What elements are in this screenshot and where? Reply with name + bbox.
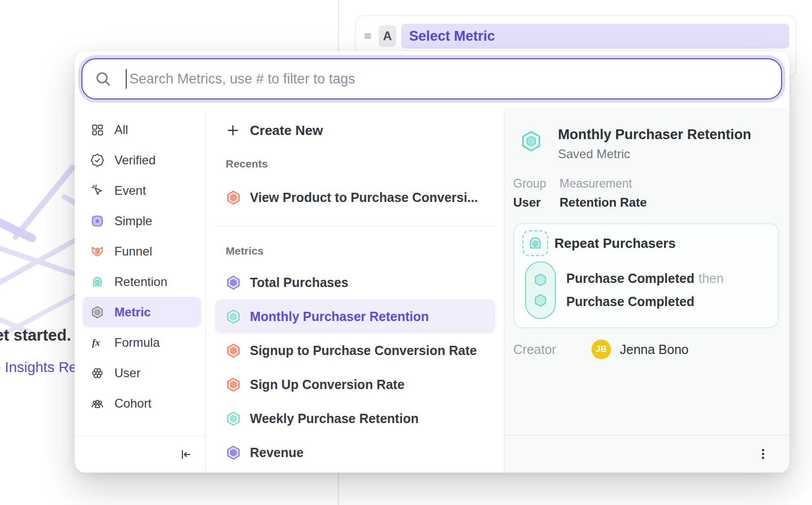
text-caret [126, 69, 127, 89]
background-heading-fragment: et started. [0, 326, 71, 345]
funnel-icon [91, 245, 104, 258]
step-event: Purchase Completed [566, 271, 695, 285]
metric-item-label: Sign Up Conversion Rate [250, 377, 404, 392]
metric-hexagon-icon [226, 342, 241, 359]
details-content: Monthly Purchaser Retention Saved Metric… [504, 108, 789, 435]
card-title: Repeat Purchasers [554, 235, 676, 251]
metric-item[interactable]: Revenue [215, 435, 495, 469]
details-footer [504, 435, 789, 473]
details-header: Monthly Purchaser Retention Saved Metric [513, 127, 779, 161]
sidebar-item-cohort[interactable]: Cohort [82, 388, 201, 418]
sidebar-item-funnel[interactable]: Funnel [82, 236, 201, 266]
metric-item[interactable]: Signup to Purchase Conversion Rate [215, 333, 495, 367]
sidebar-item-all[interactable]: All [82, 114, 201, 145]
query-builder-row: A Select Metric [362, 24, 789, 48]
measurement-label: Measurement [560, 177, 647, 191]
sidebar-item-label: Formula [114, 335, 160, 350]
metric-item-label: Signup to Purchase Conversion Rate [250, 343, 477, 358]
sidebar-item-label: Cohort [114, 396, 151, 411]
details-meta: Group User Measurement Retention Rate [513, 177, 779, 210]
create-new-label: Create New [250, 123, 323, 139]
svg-text:fx: fx [92, 337, 100, 347]
create-new-button[interactable]: Create New [215, 114, 495, 146]
sidebar-list: All Verified Event Simple Funnel Retenti… [75, 108, 206, 435]
metric-item-label: Total Purchases [250, 275, 348, 290]
group-label: Group [513, 177, 560, 191]
definition-card: Repeat Purchasers Purchase Completedthen… [513, 223, 779, 328]
recent-item[interactable]: View Product to Purchase Conversi... [215, 180, 495, 214]
background-insights-link-fragment[interactable]: e Insights Re [0, 359, 77, 376]
sidebar-item-label: Simple [114, 214, 152, 228]
group-value: User [513, 195, 560, 210]
metric-hexagon-icon [226, 189, 241, 206]
metric-item[interactable]: Sign Up Conversion Rate [215, 367, 495, 401]
verified-badge-icon [91, 154, 104, 167]
sidebar-item-label: Verified [114, 153, 156, 167]
retention-behavior-icon [522, 230, 548, 256]
grid-icon [91, 123, 104, 137]
metric-hexagon-icon [520, 129, 543, 154]
metric-hexagon-icon [226, 376, 241, 393]
cohort-icon [91, 397, 104, 410]
metric-item-label: Monthly Purchaser Retention [250, 309, 429, 324]
drag-handle-icon[interactable] [362, 30, 374, 42]
dialog-body: All Verified Event Simple Funnel Retenti… [75, 108, 789, 473]
sidebar-item-label: Retention [114, 275, 167, 289]
metric-details-panel: Monthly Purchaser Retention Saved Metric… [504, 108, 789, 473]
search-input[interactable] [128, 71, 769, 88]
sidebar-item-user[interactable]: User [82, 358, 201, 388]
metric-hexagon-icon [226, 410, 241, 427]
metric-hexagon-icon [226, 444, 241, 461]
details-subtitle: Saved Metric [558, 147, 751, 161]
collapse-sidebar-icon[interactable] [179, 448, 192, 461]
details-title: Monthly Purchaser Retention [558, 127, 751, 143]
event-hexagon-icon [533, 272, 548, 288]
event-cursor-icon [91, 184, 104, 197]
card-step: Purchase Completed [566, 294, 723, 309]
sidebar-item-verified[interactable]: Verified [82, 145, 201, 175]
more-options-icon[interactable] [756, 447, 770, 461]
sidebar-footer [75, 435, 206, 473]
recents-list: View Product to Purchase Conversi... [215, 173, 495, 214]
list-divider [215, 226, 495, 226]
retention-icon [91, 275, 104, 289]
select-metric-label: Select Metric [409, 28, 495, 44]
metric-icon [91, 306, 104, 319]
search-bar [81, 58, 782, 99]
row-letter-badge: A [379, 25, 396, 47]
metrics-header: Metrics [226, 245, 495, 257]
step-connector: then [699, 271, 724, 285]
measurement-value: Retention Rate [560, 195, 647, 210]
metric-item[interactable]: Weekly Purchase Retention [215, 401, 495, 435]
sidebar-item-label: Metric [114, 305, 151, 319]
search-icon [95, 71, 111, 87]
event-hexagon-icon [533, 292, 548, 309]
sidebar-item-simple[interactable]: Simple [82, 206, 201, 236]
sidebar-item-label: Event [114, 183, 146, 198]
select-metric-dropdown[interactable]: Select Metric [401, 24, 789, 48]
event-sequence-icon [525, 261, 556, 319]
sidebar-item-label: User [114, 366, 141, 380]
creator-row: Creator JB Jenna Bono [513, 340, 779, 359]
metric-item-label: View Product to Purchase Conversi... [250, 190, 478, 205]
simple-borrowed-icon [91, 214, 104, 228]
plus-icon [226, 123, 240, 138]
card-steps: Purchase CompletedthenPurchase Completed [566, 261, 723, 319]
metrics-list: Total Purchases Monthly Purchaser Retent… [215, 260, 495, 469]
sidebar-item-label: Funnel [114, 244, 152, 259]
card-step: Purchase Completedthen [566, 271, 723, 286]
creator-avatar: JB [591, 340, 611, 359]
category-sidebar: All Verified Event Simple Funnel Retenti… [75, 108, 206, 473]
metric-item-label: Weekly Purchase Retention [250, 411, 418, 426]
metric-item[interactable]: Monthly Purchaser Retention [215, 299, 495, 333]
creator-label: Creator [513, 342, 591, 357]
sidebar-item-formula[interactable]: fx Formula [82, 327, 201, 358]
formula-icon: fx [91, 336, 104, 349]
metric-picker-dialog: All Verified Event Simple Funnel Retenti… [75, 52, 789, 473]
user-icon [91, 366, 104, 380]
sidebar-item-metric[interactable]: Metric [82, 297, 201, 327]
metric-item[interactable]: Total Purchases [215, 265, 495, 299]
sidebar-item-event[interactable]: Event [82, 175, 201, 206]
metric-hexagon-icon [226, 274, 241, 291]
sidebar-item-retention[interactable]: Retention [82, 266, 201, 297]
